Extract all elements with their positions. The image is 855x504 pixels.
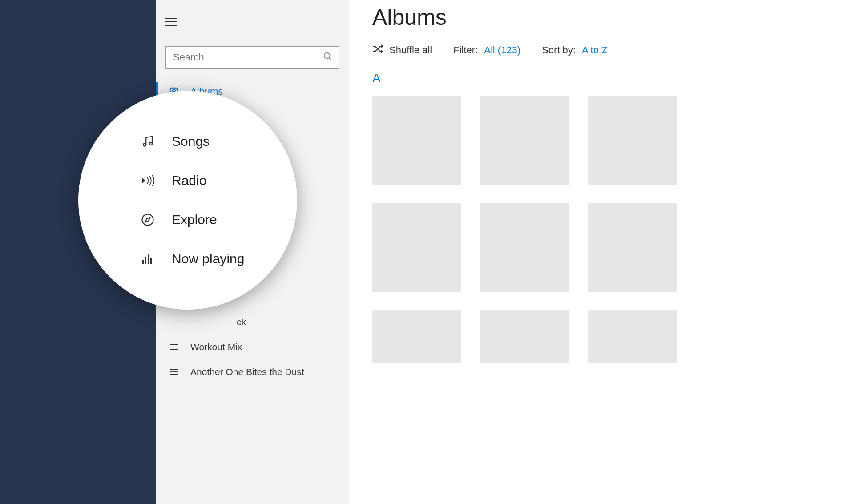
svg-rect-17: [150, 258, 152, 264]
nav-item-explore[interactable]: Explore: [140, 212, 297, 227]
section-letter[interactable]: A: [372, 71, 855, 85]
playlist-item-partial[interactable]: ck: [156, 310, 349, 335]
nav-item-now-playing[interactable]: Now playing: [140, 251, 297, 266]
playlist-icon: [167, 343, 181, 351]
album-tile[interactable]: [588, 310, 677, 363]
playlist-item-label: Workout Mix: [190, 342, 242, 352]
album-tile[interactable]: [372, 203, 461, 292]
search-icon[interactable]: [323, 52, 333, 63]
album-tile[interactable]: [480, 96, 569, 185]
music-note-icon: [140, 135, 156, 148]
svg-rect-14: [142, 260, 144, 264]
playlist-icon: [167, 368, 181, 375]
album-tile[interactable]: [372, 310, 461, 363]
shuffle-all-button[interactable]: Shuffle all: [372, 44, 432, 56]
nav-item-label: Now playing: [172, 251, 244, 266]
svg-point-13: [142, 214, 153, 226]
album-tile[interactable]: [588, 203, 677, 292]
nav-item-label: Explore: [172, 212, 217, 227]
playlist-item-another-one[interactable]: Another One Bites the Dust: [156, 359, 349, 384]
magnifier-overlay: Songs Radio Explore: [78, 91, 297, 310]
page-title: Albums: [372, 4, 855, 30]
playlist-item-workout-mix[interactable]: Workout Mix: [156, 335, 349, 359]
nav-item-label: Radio: [172, 173, 206, 188]
svg-rect-16: [148, 254, 149, 264]
nav-item-songs[interactable]: Songs: [140, 134, 297, 149]
filter-dropdown[interactable]: Filter: All (123): [453, 44, 520, 56]
playlist-item-label: ck: [237, 317, 246, 327]
filter-label: Filter:: [453, 44, 478, 56]
sort-label: Sort by:: [542, 44, 576, 56]
nav-item-label: Songs: [172, 134, 210, 149]
filter-value: All (123): [484, 44, 520, 56]
album-tile[interactable]: [588, 96, 677, 185]
svg-point-12: [149, 142, 152, 145]
shuffle-icon: [372, 44, 383, 56]
svg-point-0: [324, 53, 330, 59]
album-tile[interactable]: [372, 96, 461, 185]
toolbar: Shuffle all Filter: All (123) Sort by: A…: [372, 44, 855, 56]
main-content: Albums Shuffle all Filter: All (123) Sor…: [349, 0, 855, 504]
svg-rect-15: [145, 257, 146, 264]
search-box[interactable]: [165, 46, 339, 69]
now-playing-icon: [140, 253, 156, 265]
sort-value: A to Z: [582, 44, 607, 56]
album-tile[interactable]: [480, 203, 569, 292]
svg-point-11: [143, 143, 146, 146]
shuffle-label: Shuffle all: [389, 44, 432, 56]
search-input[interactable]: [172, 51, 323, 64]
svg-line-1: [329, 58, 331, 60]
album-tile[interactable]: [480, 310, 569, 363]
album-grid: [372, 96, 855, 363]
hamburger-menu-button[interactable]: [165, 14, 181, 29]
radio-icon: [140, 175, 156, 186]
playlist-item-label: Another One Bites the Dust: [190, 367, 304, 377]
sort-dropdown[interactable]: Sort by: A to Z: [542, 44, 607, 56]
nav-item-radio[interactable]: Radio: [140, 173, 297, 188]
compass-icon: [140, 213, 156, 226]
